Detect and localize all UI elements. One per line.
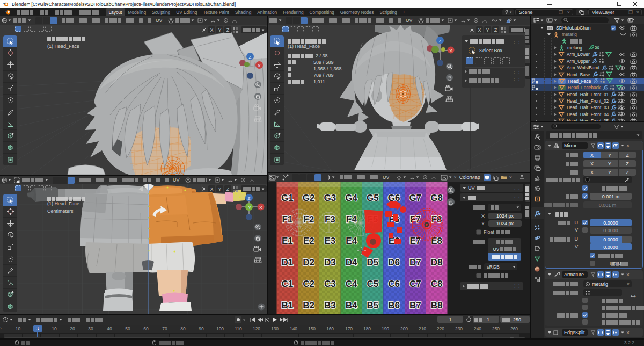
svg-text:B6: B6 bbox=[388, 300, 400, 311]
svg-text:G7: G7 bbox=[409, 193, 422, 203]
svg-text:X: X bbox=[259, 205, 262, 210]
svg-text:C8: C8 bbox=[431, 279, 443, 289]
svg-text:C3: C3 bbox=[324, 279, 336, 289]
svg-text:D3: D3 bbox=[324, 257, 336, 268]
svg-text:C1: C1 bbox=[282, 279, 294, 289]
svg-text:-Y: -Y bbox=[247, 205, 251, 210]
svg-text:D7: D7 bbox=[409, 257, 421, 268]
svg-text:G1: G1 bbox=[281, 193, 294, 203]
svg-text:B3: B3 bbox=[324, 300, 336, 311]
svg-text:B5: B5 bbox=[367, 300, 379, 311]
svg-text:C5: C5 bbox=[367, 279, 379, 289]
svg-text:D2: D2 bbox=[303, 257, 314, 268]
svg-text:E4: E4 bbox=[346, 236, 357, 246]
svg-text:X: X bbox=[258, 63, 261, 68]
svg-text:G4: G4 bbox=[345, 193, 357, 203]
svg-text:C4: C4 bbox=[346, 279, 357, 289]
svg-text:C6: C6 bbox=[388, 279, 400, 289]
svg-text:C2: C2 bbox=[303, 279, 314, 289]
svg-text:X: X bbox=[449, 48, 452, 53]
svg-text:G2: G2 bbox=[303, 193, 315, 203]
svg-text:C7: C7 bbox=[409, 279, 421, 289]
svg-text:D1: D1 bbox=[282, 257, 294, 268]
svg-text:D8: D8 bbox=[431, 257, 443, 268]
svg-text:E3: E3 bbox=[325, 236, 336, 246]
svg-text:Z: Z bbox=[248, 196, 251, 201]
svg-text:B1: B1 bbox=[282, 300, 294, 311]
svg-text:E2: E2 bbox=[303, 236, 314, 246]
svg-text:Z: Z bbox=[249, 55, 252, 60]
svg-text:B7: B7 bbox=[409, 300, 421, 311]
svg-text:D6: D6 bbox=[388, 257, 400, 268]
svg-text:E1: E1 bbox=[282, 236, 293, 246]
svg-text:B8: B8 bbox=[431, 300, 443, 311]
svg-text:B2: B2 bbox=[303, 300, 314, 311]
svg-text:D4: D4 bbox=[346, 257, 357, 268]
svg-text:G5: G5 bbox=[367, 193, 379, 203]
svg-text:G3: G3 bbox=[324, 193, 336, 203]
svg-text:F3: F3 bbox=[325, 214, 335, 225]
svg-text:G8: G8 bbox=[430, 193, 443, 203]
svg-text:D5: D5 bbox=[367, 257, 379, 268]
svg-text:Z: Z bbox=[439, 39, 442, 44]
svg-text:B4: B4 bbox=[346, 300, 357, 311]
